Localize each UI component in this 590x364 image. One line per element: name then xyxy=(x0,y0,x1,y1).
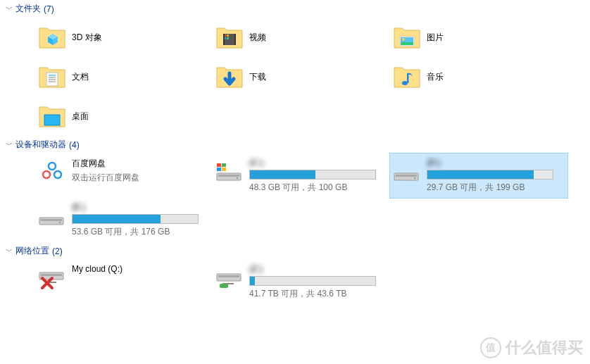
network-drive-disconnected-icon xyxy=(38,264,66,292)
drive-d[interactable]: (D:) 29.7 GB 可用，共 199 GB xyxy=(390,153,567,198)
folder-music[interactable]: 音乐 xyxy=(390,57,567,96)
windows-drive-icon xyxy=(215,158,244,186)
folder-label: 下载 xyxy=(249,71,266,83)
section-count: (2) xyxy=(52,246,63,256)
folder-icon-pictures xyxy=(393,22,421,53)
chevron-down-icon: ﹀ xyxy=(6,4,13,14)
folder-label: 视频 xyxy=(249,32,266,44)
drive-name: My cloud (Q:) xyxy=(72,264,210,274)
folder-desktop[interactable]: 桌面 xyxy=(35,96,213,136)
folder-icon-documents xyxy=(38,61,66,92)
drive-usage-fill xyxy=(427,170,534,179)
svg-point-19 xyxy=(402,81,408,85)
baidu-netdisk-icon xyxy=(38,158,66,186)
watermark-icon: 值 xyxy=(480,337,501,358)
folder-pictures[interactable]: 图片 xyxy=(390,18,567,57)
folder-label: 文档 xyxy=(72,71,89,83)
svg-point-27 xyxy=(237,177,238,179)
folder-videos[interactable]: 视频 xyxy=(213,18,390,57)
svg-point-24 xyxy=(54,171,61,178)
section-header-folders[interactable]: ﹀ 文件夹 (7) xyxy=(0,0,590,18)
chevron-down-icon: ﹀ xyxy=(6,246,13,256)
section-title: 文件夹 xyxy=(15,3,41,15)
drive-baidu[interactable]: 百度网盘 双击运行百度网盘 xyxy=(35,153,213,198)
drive-stats: 29.7 GB 可用，共 199 GB xyxy=(427,182,565,194)
drive-name: (C:) xyxy=(249,158,387,168)
section-title: 网络位置 xyxy=(15,245,49,257)
network-grid: My cloud (Q:) (Z:) 41.7 TB 可用，共 43.6 TB xyxy=(0,260,590,304)
section-count: (4) xyxy=(69,140,80,150)
folder-label: 图片 xyxy=(427,32,444,44)
drive-icon xyxy=(393,158,421,186)
drive-icon xyxy=(38,202,66,230)
drive-name: (Z:) xyxy=(249,264,387,274)
svg-rect-20 xyxy=(407,73,409,83)
drive-stats: 48.3 GB 可用，共 100 GB xyxy=(249,182,387,194)
svg-rect-33 xyxy=(396,175,417,177)
folder-icon-3d xyxy=(38,22,66,53)
folders-grid: 3D 对象 视频 图片 xyxy=(0,18,590,136)
drive-usage-bar xyxy=(427,170,553,180)
svg-rect-7 xyxy=(227,37,229,39)
drive-usage-fill xyxy=(73,215,161,223)
svg-point-23 xyxy=(43,171,50,178)
folder-downloads[interactable]: 下载 xyxy=(213,57,390,96)
chevron-down-icon: ﹀ xyxy=(6,140,13,150)
drive-name: (D:) xyxy=(427,158,565,168)
svg-point-22 xyxy=(49,163,56,170)
svg-rect-31 xyxy=(222,168,226,171)
svg-rect-36 xyxy=(41,219,62,221)
folder-icon-videos xyxy=(215,22,244,53)
folder-icon-downloads xyxy=(215,61,244,92)
folder-label: 3D 对象 xyxy=(72,32,102,44)
svg-rect-39 xyxy=(41,274,62,276)
network-z[interactable]: (Z:) 41.7 TB 可用，共 43.6 TB xyxy=(213,260,390,304)
svg-rect-5 xyxy=(227,34,229,37)
svg-rect-26 xyxy=(218,175,239,177)
drive-name: 百度网盘 xyxy=(72,158,210,170)
drives-grid: 百度网盘 双击运行百度网盘 (C:) 48.3 GB 可用，共 100 GB xyxy=(0,153,590,242)
section-header-network[interactable]: ﹀ 网络位置 (2) xyxy=(0,242,590,260)
svg-rect-21 xyxy=(44,115,60,125)
section-title: 设备和驱动器 xyxy=(15,139,66,151)
svg-rect-42 xyxy=(220,284,228,288)
folder-icon-desktop xyxy=(38,101,66,132)
drive-subtitle: 双击运行百度网盘 xyxy=(72,172,210,184)
folder-label: 音乐 xyxy=(427,71,444,83)
svg-rect-28 xyxy=(217,163,221,167)
drive-usage-bar xyxy=(72,214,199,224)
svg-point-13 xyxy=(402,38,405,41)
svg-rect-29 xyxy=(222,163,226,167)
svg-rect-30 xyxy=(217,168,221,171)
drive-usage-fill xyxy=(250,277,255,285)
drive-e[interactable]: (E:) 53.6 GB 可用，共 176 GB xyxy=(35,198,213,242)
drive-name: (E:) xyxy=(72,202,210,212)
drive-usage-bar xyxy=(249,170,376,180)
network-mycloud[interactable]: My cloud (Q:) xyxy=(35,260,213,304)
drive-usage-fill xyxy=(250,170,315,179)
svg-rect-8 xyxy=(223,34,225,45)
folder-icon-music xyxy=(393,61,421,92)
drive-c[interactable]: (C:) 48.3 GB 可用，共 100 GB xyxy=(213,153,390,198)
watermark: 值 什么值得买 xyxy=(480,337,583,358)
drive-usage-bar xyxy=(249,276,376,286)
svg-rect-12 xyxy=(401,42,413,45)
svg-point-37 xyxy=(59,222,61,223)
network-drive-icon xyxy=(215,264,244,292)
svg-rect-41 xyxy=(218,275,239,277)
svg-point-34 xyxy=(414,177,415,179)
folder-documents[interactable]: 文档 xyxy=(35,57,213,96)
folder-3d-objects[interactable]: 3D 对象 xyxy=(35,18,213,57)
drive-stats: 41.7 TB 可用，共 43.6 TB xyxy=(249,288,387,300)
section-count: (7) xyxy=(44,4,54,14)
watermark-text: 什么值得买 xyxy=(506,337,583,358)
section-header-drives[interactable]: ﹀ 设备和驱动器 (4) xyxy=(0,136,590,153)
folder-label: 桌面 xyxy=(72,111,89,123)
drive-stats: 53.6 GB 可用，共 176 GB xyxy=(72,226,210,238)
svg-rect-9 xyxy=(234,34,236,45)
